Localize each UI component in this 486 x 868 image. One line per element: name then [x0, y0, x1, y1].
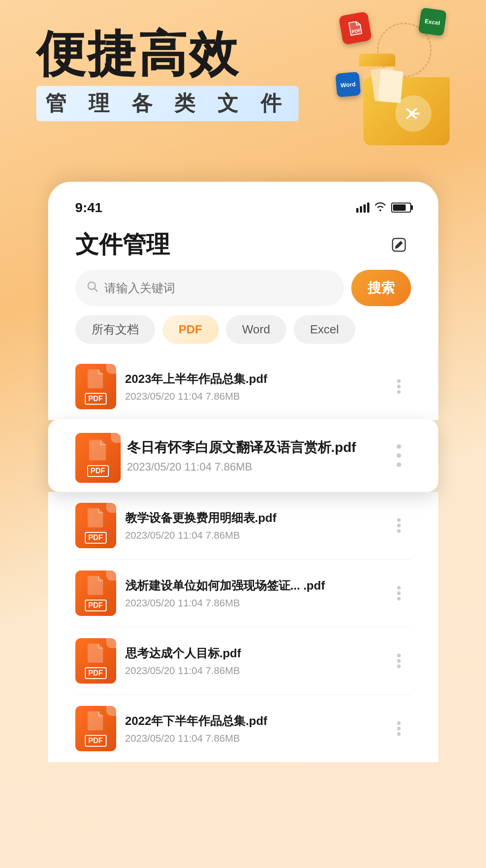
file-list: PDF 2023年上半年作品总集.pdf 2023/05/20 11:04 7.… [66, 353, 420, 420]
file-info: 教学设备更换费用明细表.pdf 2023/05/20 11:04 7.86MB [125, 510, 378, 541]
file-meta: 2023/05/20 11:04 7.86MB [125, 391, 378, 402]
table-row[interactable]: PDF 教学设备更换费用明细表.pdf 2023/05/20 11:04 7.8… [75, 492, 411, 560]
tab-pdf[interactable]: PDF [162, 315, 219, 344]
tab-word[interactable]: Word [226, 315, 287, 344]
table-row[interactable]: PDF 思考达成个人目标.pdf 2023/05/20 11:04 7.86MB [75, 627, 411, 695]
file-info: 浅析建设单位如何加强现场签证... .pdf 2023/05/20 11:04 … [125, 578, 378, 609]
folder-tab [359, 54, 395, 66]
signal-bars-icon [356, 203, 369, 213]
file-name: 2023年上半年作品总集.pdf [125, 371, 352, 387]
app-title: 文件管理 [75, 229, 170, 261]
file-meta: 2023/05/20 11:04 7.86MB [125, 530, 378, 541]
status-bar: 9:41 [66, 195, 420, 220]
pdf-floating-icon: PDF [339, 11, 372, 45]
status-icons [356, 201, 411, 214]
file-info: 2022年下半年作品总集.pdf 2023/05/20 11:04 7.86MB [125, 713, 378, 744]
file-icon-active: PDF [75, 433, 116, 478]
battery-icon [391, 203, 411, 213]
file-meta: 2023/05/20 11:04 7.86MB [125, 733, 378, 744]
file-info-active: 冬日有怀李白原文翻译及语言赏析.pdf 2023/05/20 11:04 7.8… [127, 438, 376, 473]
file-icon: PDF [75, 503, 116, 548]
hero-icons: PDF Excel Word [332, 9, 459, 145]
phone-mockup: 9:41 [48, 182, 438, 420]
edit-icon[interactable] [387, 233, 411, 257]
file-more-button[interactable] [387, 584, 411, 602]
file-more-button[interactable] [387, 516, 411, 535]
table-row[interactable]: PDF 浅析建设单位如何加强现场签证... .pdf 2023/05/20 11… [75, 560, 411, 627]
folder-body [363, 77, 450, 145]
file-more-button[interactable] [387, 377, 411, 396]
file-icon: PDF [75, 570, 116, 616]
filter-tabs: 所有文档 PDF Word Excel [66, 315, 420, 353]
file-more-button[interactable] [387, 719, 411, 738]
file-more-active[interactable] [387, 446, 411, 465]
file-name: 2022年下半年作品总集.pdf [125, 713, 352, 729]
file-item-active[interactable]: PDF 冬日有怀李白原文翻译及语言赏析.pdf 2023/05/20 11:04… [48, 419, 438, 492]
file-meta-active: 2023/05/20 11:04 7.86MB [127, 461, 376, 473]
search-input-wrap[interactable] [75, 270, 344, 306]
search-button[interactable]: 搜索 [351, 270, 411, 306]
wifi-icon [374, 201, 387, 214]
file-icon: PDF [75, 364, 116, 409]
file-name: 思考达成个人目标.pdf [125, 645, 352, 661]
file-info: 思考达成个人目标.pdf 2023/05/20 11:04 7.86MB [125, 645, 378, 677]
hero-section: 便捷高效 管 理 各 类 文 件 PDF Excel Word [0, 0, 486, 173]
file-more-button[interactable] [387, 652, 411, 670]
file-icon: PDF [75, 706, 116, 751]
hero-subtitle: 管 理 各 类 文 件 [36, 86, 299, 121]
app-header: 文件管理 [66, 224, 420, 270]
file-name: 浅析建设单位如何加强现场签证... .pdf [125, 578, 352, 594]
table-row[interactable]: PDF 2022年下半年作品总集.pdf 2023/05/20 11:04 7.… [75, 695, 411, 762]
folder-icon [359, 64, 450, 145]
excel-floating-icon: Excel [418, 7, 447, 36]
search-container: 搜索 [66, 270, 420, 315]
table-row[interactable]: PDF 2023年上半年作品总集.pdf 2023/05/20 11:04 7.… [75, 353, 411, 420]
phone-container: 9:41 [0, 182, 486, 762]
tab-all-docs[interactable]: 所有文档 [75, 315, 155, 344]
status-time: 9:41 [75, 200, 103, 215]
word-floating-icon: Word [335, 72, 361, 97]
file-name-active: 冬日有怀李白原文翻译及语言赏析.pdf [127, 438, 376, 456]
lower-file-list: PDF 教学设备更换费用明细表.pdf 2023/05/20 11:04 7.8… [48, 492, 438, 762]
search-icon [86, 280, 99, 296]
file-meta: 2023/05/20 11:04 7.86MB [125, 597, 378, 609]
file-name: 教学设备更换费用明细表.pdf [125, 510, 352, 526]
file-meta: 2023/05/20 11:04 7.86MB [125, 665, 378, 677]
tab-excel[interactable]: Excel [294, 315, 355, 344]
file-icon: PDF [75, 638, 116, 684]
file-info: 2023年上半年作品总集.pdf 2023/05/20 11:04 7.86MB [125, 371, 378, 402]
search-input[interactable] [104, 281, 333, 295]
